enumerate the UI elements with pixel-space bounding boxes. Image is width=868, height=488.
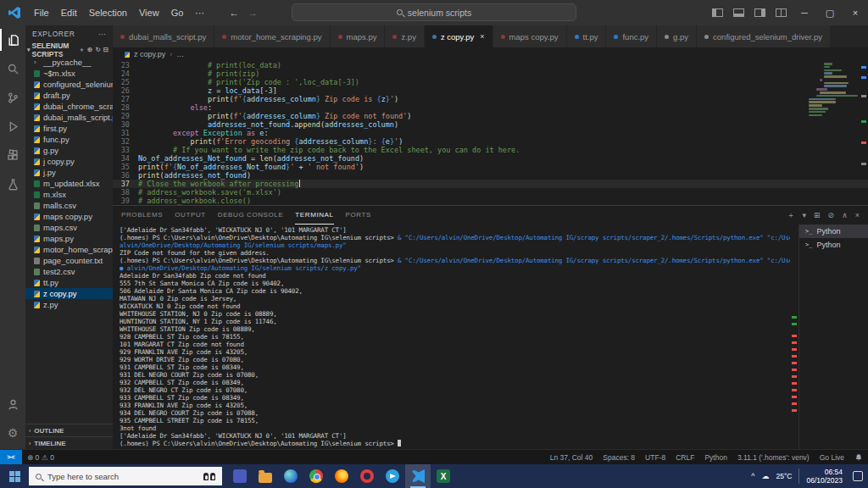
- menu-go[interactable]: Go: [165, 0, 190, 25]
- taskbar-app-edge[interactable]: [278, 464, 303, 488]
- menu-edit[interactable]: Edit: [55, 0, 83, 25]
- file-item[interactable]: tt.py: [25, 277, 113, 288]
- action-center-icon[interactable]: [853, 471, 863, 481]
- menu-⋯[interactable]: ⋯: [189, 0, 210, 25]
- new-file-icon[interactable]: ＋: [79, 46, 86, 54]
- taskbar-app-excel[interactable]: X: [431, 464, 456, 488]
- kill-terminal-icon[interactable]: ⊘: [828, 211, 835, 219]
- activitybar-search[interactable]: [0, 54, 25, 83]
- tab-z-copy.py[interactable]: z copy.py×: [425, 25, 493, 47]
- status-python-interpreter[interactable]: 3.11.1 ('.homes': venv): [732, 450, 815, 465]
- file-item[interactable]: test2.csv: [25, 266, 113, 277]
- tab-func.py[interactable]: func.py: [606, 25, 657, 47]
- tab-configured_selenium_driver.py[interactable]: configured_selenium_driver.py: [697, 25, 831, 47]
- terminal-instance[interactable]: >_Python: [799, 238, 868, 252]
- toggle-sidebar-icon[interactable]: [712, 8, 723, 17]
- minimap[interactable]: [809, 63, 856, 117]
- terminal-dropdown-icon[interactable]: ▾: [803, 211, 807, 219]
- panel-tab-ports[interactable]: PORTS: [346, 206, 371, 225]
- activitybar-extensions[interactable]: [0, 141, 25, 169]
- taskbar-app-chrome[interactable]: [303, 464, 329, 488]
- status-eol[interactable]: CRLF: [670, 450, 699, 465]
- activitybar-testing[interactable]: [0, 169, 25, 198]
- start-button[interactable]: [0, 464, 29, 488]
- file-item[interactable]: g.py: [25, 145, 113, 156]
- file-item[interactable]: dubai_chrome_scraper...: [25, 101, 113, 112]
- file-item[interactable]: ›__pycache__: [25, 57, 113, 68]
- forward-arrow-icon[interactable]: →: [248, 7, 258, 19]
- explorer-more-actions-icon[interactable]: ⋯: [98, 30, 106, 38]
- terminal-output[interactable]: ['Adelaide Dr San34fabb', 'WICKATUCK NJ …: [120, 226, 790, 449]
- taskbar-app-teams[interactable]: [227, 464, 253, 488]
- file-item[interactable]: maps.csv: [25, 222, 113, 233]
- file-item[interactable]: maps copy.py: [25, 211, 113, 222]
- status-cursor-position[interactable]: Ln 37, Col 40: [545, 450, 598, 465]
- maximize-panel-icon[interactable]: ∧: [842, 211, 848, 219]
- activitybar-source-control[interactable]: [0, 83, 25, 112]
- code-editor[interactable]: 23 # print(loc_data)24 # print(zip)25 # …: [113, 61, 868, 205]
- menu-file[interactable]: File: [28, 0, 55, 25]
- split-terminal-icon[interactable]: ⊞: [814, 211, 821, 219]
- back-arrow-icon[interactable]: ←: [229, 7, 239, 19]
- taskbar-app-opera[interactable]: [354, 464, 380, 488]
- file-item[interactable]: maps.py: [25, 233, 113, 244]
- clock[interactable]: 06:54 06/10/2023: [806, 468, 843, 485]
- taskbar-app-telegram[interactable]: [380, 464, 405, 488]
- tab-dubai_malls_script.py[interactable]: dubai_malls_script.py: [113, 25, 214, 47]
- close-button[interactable]: ×: [843, 0, 868, 25]
- file-item[interactable]: z copy.py: [25, 288, 113, 299]
- minimize-button[interactable]: ─: [792, 0, 817, 25]
- tab-motor_home_scraping.py[interactable]: motor_home_scraping.py: [214, 25, 330, 47]
- file-item[interactable]: motor_home_scraping...: [25, 244, 113, 255]
- taskbar-app-vscode[interactable]: [405, 464, 431, 488]
- file-item[interactable]: page_counter.txt: [25, 255, 113, 266]
- tab-z.py[interactable]: z.py: [385, 25, 424, 47]
- new-terminal-icon[interactable]: ＋: [787, 210, 795, 221]
- file-item[interactable]: z.py: [25, 299, 113, 310]
- menu-selection[interactable]: Selection: [83, 0, 133, 25]
- taskbar-app-firefox[interactable]: [329, 464, 354, 488]
- breadcrumb-symbol[interactable]: …: [176, 50, 184, 58]
- file-item[interactable]: draft.py: [25, 90, 113, 101]
- panel-tab-output[interactable]: OUTPUT: [175, 206, 206, 225]
- file-item[interactable]: first.py: [25, 123, 113, 134]
- maximize-button[interactable]: ▢: [817, 0, 843, 25]
- toggle-secondary-sidebar-icon[interactable]: [754, 8, 765, 17]
- file-item[interactable]: m.xlsx: [25, 189, 113, 200]
- terminal-instance[interactable]: >_Python: [799, 225, 868, 238]
- activitybar-explorer[interactable]: [0, 25, 25, 54]
- panel-tab-problems[interactable]: PROBLEMS: [121, 206, 163, 225]
- file-item[interactable]: configured_selenium_d...: [25, 79, 113, 90]
- collapse-all-icon[interactable]: ⊟: [103, 46, 108, 54]
- taskbar-app-file-explorer[interactable]: [253, 464, 278, 488]
- new-folder-icon[interactable]: ⊕: [87, 46, 92, 54]
- weather-temp[interactable]: 25°C: [776, 472, 792, 480]
- refresh-icon[interactable]: ↻: [95, 46, 100, 54]
- outline-section[interactable]: › OUTLINE: [25, 424, 113, 436]
- file-item[interactable]: ~$m.xlsx: [25, 68, 113, 79]
- file-item[interactable]: j copy.py: [25, 156, 113, 167]
- file-item[interactable]: dubai_malls_script.py: [25, 112, 113, 123]
- tray-chevron-icon[interactable]: ^: [751, 472, 754, 480]
- status-indentation[interactable]: Spaces: 8: [598, 450, 640, 465]
- status-go-live[interactable]: Go Live: [815, 450, 849, 465]
- breadcrumb-file[interactable]: z copy.py: [134, 50, 165, 58]
- command-center-search[interactable]: selenium scripts: [292, 3, 576, 21]
- tab-maps.py[interactable]: maps.py: [331, 25, 386, 47]
- tab-g.py[interactable]: g.py: [657, 25, 697, 47]
- problems-status[interactable]: ⊗ 0 ⚠ 0: [22, 450, 59, 465]
- customize-layout-icon[interactable]: [776, 8, 787, 17]
- folder-section-header[interactable]: ▾ SELENIUM SCRIPTS ＋⊕↻⊟: [25, 42, 113, 57]
- notifications-bell-icon[interactable]: [849, 450, 868, 465]
- taskbar-search[interactable]: Type here to search: [29, 467, 222, 485]
- close-tab-icon[interactable]: ×: [480, 32, 484, 41]
- tab-maps-copy.py[interactable]: maps copy.py: [493, 25, 567, 47]
- cloud-icon[interactable]: ☁: [761, 472, 769, 480]
- file-item[interactable]: func.py: [25, 134, 113, 145]
- menu-view[interactable]: View: [133, 0, 165, 25]
- toggle-panel-icon[interactable]: [733, 8, 744, 17]
- panel-tab-terminal[interactable]: TERMINAL: [295, 206, 333, 225]
- status-language-mode[interactable]: Python: [699, 450, 732, 465]
- activitybar-run-debug[interactable]: [0, 112, 25, 141]
- panel-tab-debug-console[interactable]: DEBUG CONSOLE: [218, 206, 284, 225]
